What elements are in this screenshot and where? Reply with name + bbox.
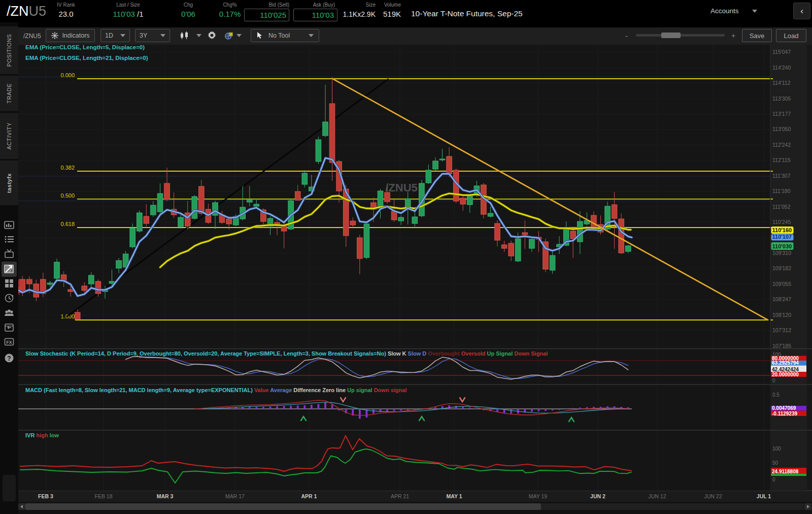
svg-text:JUN 12: JUN 12 [648, 493, 666, 499]
svg-text:-0.1129239: -0.1129239 [772, 411, 797, 416]
svg-text:112'115: 112'115 [772, 157, 791, 163]
svg-text:EMA (Price=CLOSE, Length=21, D: EMA (Price=CLOSE, Length=21, Displace=0) [25, 55, 148, 61]
svg-text:0.000: 0.000 [60, 72, 75, 78]
svg-text:0.5: 0.5 [772, 392, 780, 398]
svg-text:0.618: 0.618 [60, 221, 75, 227]
svg-text:114'112: 114'112 [772, 80, 791, 86]
svg-text:113'050: 113'050 [772, 126, 791, 132]
svg-text:MAY 19: MAY 19 [529, 493, 548, 499]
svg-text:JUL 1: JUL 1 [757, 493, 771, 499]
svg-text:0.382: 0.382 [60, 165, 75, 171]
svg-text:0.0047069: 0.0047069 [772, 405, 796, 411]
svg-text:0.500: 0.500 [60, 192, 75, 199]
svg-text:APR 21: APR 21 [391, 493, 409, 499]
svg-text:109'182: 109'182 [772, 265, 791, 271]
svg-text:113'177: 113'177 [772, 111, 791, 117]
svg-text:107'312: 107'312 [772, 327, 791, 333]
svg-text:IVR high low: IVR high low [25, 432, 59, 438]
svg-text:115'047: 115'047 [772, 49, 791, 55]
svg-text:50: 50 [772, 460, 779, 466]
svg-text:0: 0 [772, 378, 775, 383]
svg-text:24.9118808: 24.9118808 [772, 469, 799, 474]
svg-text:FX: FX [6, 340, 12, 345]
svg-text:111'180: 111'180 [772, 188, 791, 194]
svg-text:112'242: 112'242 [772, 142, 791, 148]
svg-text:APR 1: APR 1 [301, 493, 317, 499]
svg-text:MAR 3: MAR 3 [157, 493, 174, 499]
svg-text:FEB 3: FEB 3 [38, 493, 53, 499]
svg-text:108'120: 108'120 [772, 312, 791, 318]
svg-text:107'185: 107'185 [772, 343, 791, 349]
svg-text:/ZNU5: /ZNU5 [385, 181, 418, 194]
svg-text:111'052: 111'052 [772, 204, 791, 210]
svg-text:114'240: 114'240 [772, 65, 791, 71]
svg-text:?: ? [7, 355, 11, 362]
svg-text:JUN 2: JUN 2 [590, 493, 605, 499]
svg-text:109'055: 109'055 [772, 281, 791, 287]
svg-text:110'160: 110'160 [772, 227, 792, 233]
svg-text:MACD (Fast length=8, Slow leng: MACD (Fast length=8, Slow length=21, MAC… [25, 387, 407, 393]
svg-text:110'107: 110'107 [772, 234, 792, 240]
svg-text:100: 100 [772, 446, 781, 452]
svg-text:110'030: 110'030 [772, 243, 792, 249]
svg-text:109'310: 109'310 [772, 250, 791, 256]
svg-text:20.0000000: 20.0000000 [772, 372, 799, 377]
svg-text:MAR 17: MAR 17 [225, 493, 245, 499]
svg-text:0: 0 [772, 477, 775, 483]
svg-text:MAY 1: MAY 1 [447, 493, 462, 499]
svg-text:110'245: 110'245 [772, 219, 791, 225]
svg-text:JUN 22: JUN 22 [704, 493, 722, 499]
svg-text:108'247: 108'247 [772, 296, 791, 302]
svg-text:FEB 18: FEB 18 [94, 493, 112, 499]
svg-text:63.2925794: 63.2925794 [772, 360, 799, 366]
svg-text:Slow Stochastic (K Period=14,: Slow Stochastic (K Period=14, D Period=9… [25, 350, 548, 357]
svg-text:EMA (Price=CLOSE, Length=5, Di: EMA (Price=CLOSE, Length=5, Displace=0) [25, 45, 145, 50]
svg-text:111'307: 111'307 [772, 173, 791, 179]
svg-text:113'305: 113'305 [772, 95, 791, 102]
